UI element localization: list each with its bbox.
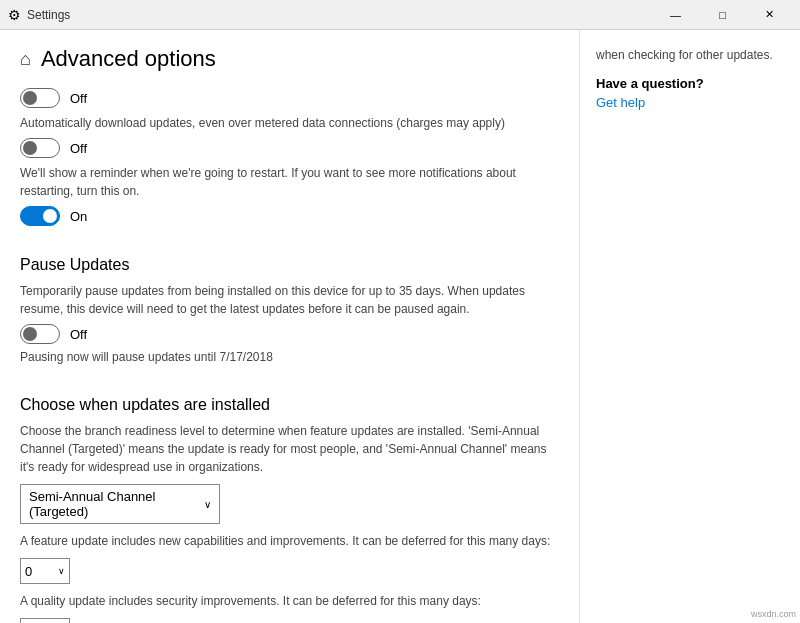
pause-toggle-row: Off (20, 324, 559, 344)
watermark: wsxdn.com (751, 609, 796, 619)
pause-description: Temporarily pause updates from being ins… (20, 282, 559, 318)
settings-icon: ⚙ (8, 7, 21, 23)
toggle2-row: Off (20, 138, 559, 158)
maximize-button[interactable]: □ (700, 0, 745, 30)
pause-toggle[interactable] (20, 324, 60, 344)
choose-description: Choose the branch readiness level to det… (20, 422, 559, 476)
toggle3-label: On (70, 209, 87, 224)
feature-days-arrow: ∨ (58, 566, 65, 576)
feature-days-value: 0 (25, 564, 32, 579)
toggle1-label: Off (70, 91, 87, 106)
channel-dropdown-wrap: Semi-Annual Channel (Targeted) ∨ (20, 484, 559, 524)
titlebar-title: Settings (27, 8, 70, 22)
choose-title: Choose when updates are installed (20, 396, 559, 414)
main-layout: ⌂ Advanced options Off Automatically dow… (0, 30, 800, 623)
sidebar: when checking for other updates. Have a … (580, 30, 800, 623)
titlebar-controls: — □ ✕ (653, 0, 792, 30)
toggle2[interactable] (20, 138, 60, 158)
feature-label: A feature update includes new capabiliti… (20, 532, 559, 550)
get-help-link[interactable]: Get help (596, 95, 645, 110)
quality-days-wrap: 0 ∨ (20, 618, 559, 623)
chevron-down-icon: ∨ (204, 499, 211, 510)
page-header: ⌂ Advanced options (20, 46, 559, 72)
titlebar-left: ⚙ Settings (8, 7, 70, 23)
toggle1-row: Off (20, 88, 559, 108)
toggle2-description: Automatically download updates, even ove… (20, 114, 559, 132)
feature-days-input[interactable]: 0 ∨ (20, 558, 70, 584)
toggle1[interactable] (20, 88, 60, 108)
channel-dropdown-value: Semi-Annual Channel (Targeted) (29, 489, 196, 519)
sidebar-question: Have a question? (596, 76, 784, 91)
channel-dropdown[interactable]: Semi-Annual Channel (Targeted) ∨ (20, 484, 220, 524)
toggle3-description: We'll show a reminder when we're going t… (20, 164, 559, 200)
choose-section: Choose when updates are installed Choose… (20, 396, 559, 623)
home-icon[interactable]: ⌂ (20, 49, 31, 70)
toggle3-row: On (20, 206, 559, 226)
close-button[interactable]: ✕ (747, 0, 792, 30)
quality-label: A quality update includes security impro… (20, 592, 559, 610)
quality-days-input[interactable]: 0 ∨ (20, 618, 70, 623)
feature-days-wrap: 0 ∨ (20, 558, 559, 584)
toggle2-label: Off (70, 141, 87, 156)
pause-toggle-label: Off (70, 327, 87, 342)
titlebar: ⚙ Settings — □ ✕ (0, 0, 800, 30)
pause-section: Pause Updates Temporarily pause updates … (20, 256, 559, 364)
minimize-button[interactable]: — (653, 0, 698, 30)
toggle3[interactable] (20, 206, 60, 226)
pause-title: Pause Updates (20, 256, 559, 274)
page-title: Advanced options (41, 46, 216, 72)
content-area: ⌂ Advanced options Off Automatically dow… (0, 30, 580, 623)
sidebar-description: when checking for other updates. (596, 46, 784, 64)
pause-date: Pausing now will pause updates until 7/1… (20, 350, 559, 364)
